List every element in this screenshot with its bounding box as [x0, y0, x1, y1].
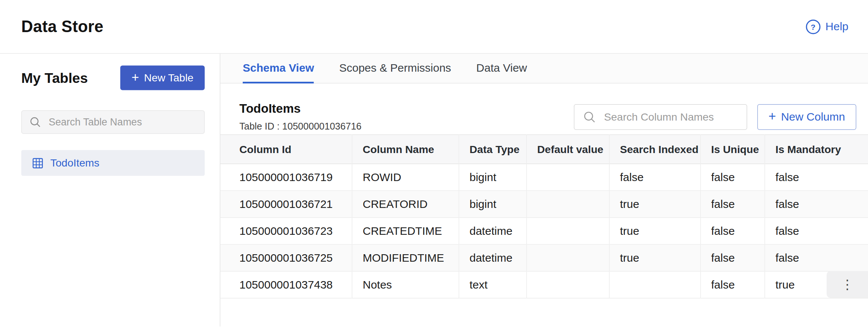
new-column-label: New Column — [781, 110, 845, 124]
tab-label: Data View — [476, 61, 527, 74]
table-row[interactable]: 105000001037438Notestextfalsetrue — [220, 271, 868, 298]
tab-bar: Schema View Scopes & Permissions Data Vi… — [220, 54, 868, 84]
table-cell: false — [700, 164, 765, 191]
schema-table-body: 105000001036719ROWIDbigintfalsefalsefals… — [220, 164, 868, 298]
table-cell: MODIFIEDTIME — [352, 245, 459, 271]
table-cell: 105000001036723 — [220, 218, 352, 245]
table-cell: false — [609, 164, 701, 191]
table-cell — [526, 191, 609, 218]
body-split: My Tables + New Table — [0, 54, 868, 327]
table-cell: 105000001036721 — [220, 191, 352, 218]
page-title: Data Store — [21, 18, 104, 36]
table-cell: bigint — [459, 191, 526, 218]
table-cell: false — [765, 191, 868, 218]
schema-table-title: TodoItems — [239, 102, 362, 116]
table-cell — [526, 164, 609, 191]
help-icon: ? — [806, 19, 820, 34]
table-id-label: Table ID : 105000001036716 — [239, 121, 362, 132]
table-cell: 105000001036725 — [220, 245, 352, 271]
tab-data-view[interactable]: Data View — [476, 54, 527, 84]
table-cell: bigint — [459, 164, 526, 191]
table-cell: true — [609, 191, 701, 218]
table-list: TodoItems — [21, 150, 205, 176]
table-cell: false — [765, 164, 868, 191]
table-cell: datetime — [459, 245, 526, 271]
search-icon — [584, 110, 596, 123]
plus-icon: + — [768, 110, 776, 123]
table-cell — [526, 245, 609, 271]
search-icon — [30, 116, 41, 128]
table-cell — [526, 271, 609, 298]
table-row[interactable]: 105000001036723CREATEDTIMEdatetimetruefa… — [220, 218, 868, 245]
table-cell: false — [765, 218, 868, 245]
new-table-button[interactable]: + New Table — [120, 66, 205, 90]
column-search-box[interactable] — [574, 104, 747, 130]
table-cell: text — [459, 271, 526, 298]
column-header: Is Unique — [700, 135, 765, 164]
table-cell: false — [700, 271, 765, 298]
table-cell: false — [765, 245, 868, 271]
new-column-button[interactable]: + New Column — [757, 104, 856, 130]
search-table-input[interactable] — [48, 116, 196, 129]
table-cell: CREATEDTIME — [352, 218, 459, 245]
table-cell: ROWID — [352, 164, 459, 191]
column-header: Column Name — [352, 135, 459, 164]
table-row[interactable]: 105000001036719ROWIDbigintfalsefalsefals… — [220, 164, 868, 191]
table-name-label: TodoItems — [50, 157, 99, 169]
table-cell: false — [700, 191, 765, 218]
table-grid-icon — [32, 158, 43, 168]
table-heading-block: TodoItems Table ID : 105000001036716 — [239, 102, 362, 133]
help-label: Help — [825, 20, 849, 33]
table-cell: datetime — [459, 218, 526, 245]
table-row[interactable]: 105000001036721CREATORIDbiginttruefalsef… — [220, 191, 868, 218]
table-cell: false — [700, 245, 765, 271]
head-controls: + New Column — [574, 104, 856, 130]
content-head: TodoItems Table ID : 105000001036716 — [220, 84, 868, 135]
table-header-row: Column Id Column Name Data Type Default … — [220, 135, 868, 164]
table-search-box[interactable] — [21, 110, 205, 134]
tab-label: Scopes & Permissions — [339, 61, 451, 74]
column-header: Column Id — [220, 135, 352, 164]
table-cell — [526, 218, 609, 245]
table-cell: CREATORID — [352, 191, 459, 218]
tab-scopes-permissions[interactable]: Scopes & Permissions — [339, 54, 451, 84]
new-table-label: New Table — [144, 72, 194, 84]
sidebar: My Tables + New Table — [0, 54, 220, 327]
help-button[interactable]: ? Help — [806, 19, 848, 34]
column-header: Is Mandatory — [765, 135, 868, 164]
data-store-app: Data Store ? Help My Tables + New Table — [0, 0, 868, 327]
column-header: Data Type — [459, 135, 526, 164]
kebab-icon: ⋮ — [841, 278, 854, 291]
table-cell: 105000001037438 — [220, 271, 352, 298]
table-row[interactable]: 105000001036725MODIFIEDTIMEdatetimetruef… — [220, 245, 868, 271]
table-cell: true — [609, 245, 701, 271]
top-header: Data Store ? Help — [0, 0, 868, 54]
column-header: Default value — [526, 135, 609, 164]
table-cell: true — [609, 218, 701, 245]
plus-icon: + — [132, 71, 139, 84]
table-cell — [609, 271, 701, 298]
row-actions-menu-button[interactable]: ⋮ — [827, 271, 868, 298]
table-cell: Notes — [352, 271, 459, 298]
column-header: Search Indexed — [609, 135, 701, 164]
main-panel: Schema View Scopes & Permissions Data Vi… — [220, 54, 868, 327]
search-column-input[interactable] — [603, 110, 738, 124]
table-cell: false — [700, 218, 765, 245]
tab-schema-view[interactable]: Schema View — [243, 54, 314, 84]
tab-label: Schema View — [243, 61, 314, 74]
my-tables-title: My Tables — [21, 70, 88, 86]
sidebar-item-todoitems[interactable]: TodoItems — [21, 150, 205, 176]
table-cell: 105000001036719 — [220, 164, 352, 191]
sidebar-head: My Tables + New Table — [21, 66, 205, 90]
schema-table: Column Id Column Name Data Type Default … — [220, 134, 868, 299]
schema-table-wrap: Column Id Column Name Data Type Default … — [220, 134, 868, 299]
